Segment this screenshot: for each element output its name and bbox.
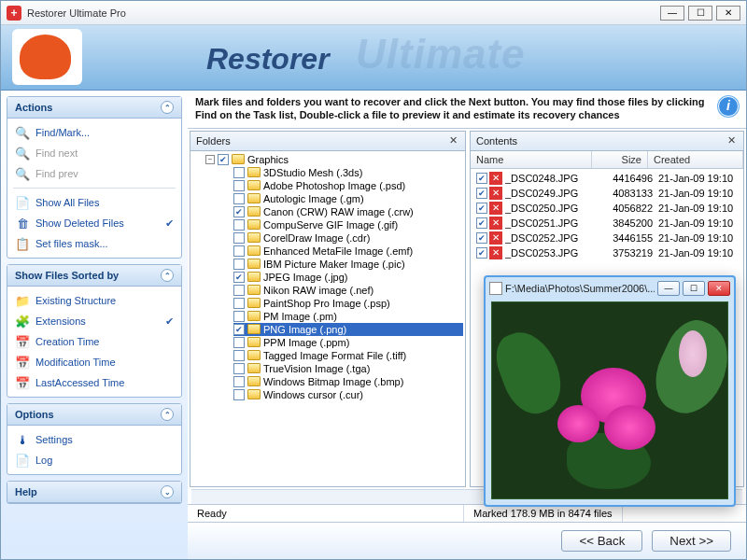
tree-node[interactable]: CompuServe GIF Image (.gif): [233, 218, 463, 231]
tree-label: Windows Bitmap Image (.bmp): [263, 376, 403, 387]
sort-header[interactable]: Show Files Sorted by ⌃: [7, 265, 181, 287]
folders-tree[interactable]: − Graphics 3DStudio Mesh (.3ds)Adobe Pho…: [190, 151, 465, 487]
image-file-icon: [489, 282, 502, 295]
file-row[interactable]: ✕_DSC0252.JPG344615521-Jan-09 19:10: [472, 231, 741, 245]
tree-node[interactable]: Tagged Image Format File (.tiff): [233, 349, 463, 362]
help-header[interactable]: Help ⌄: [7, 482, 181, 503]
calendar-icon: 📅: [15, 334, 30, 349]
checkbox[interactable]: [233, 389, 245, 400]
checkbox[interactable]: [233, 298, 245, 309]
checkbox[interactable]: [233, 350, 245, 361]
file-row[interactable]: ✕_DSC0250.JPG405682221-Jan-09 19:10: [472, 201, 741, 216]
sort-lastaccessed-time[interactable]: 📅LastAccessed Time: [13, 372, 176, 393]
tree-node[interactable]: Canon (CRW) RAW image (.crw): [233, 205, 463, 218]
file-row[interactable]: ✕_DSC0253.JPG375321921-Jan-09 19:10: [472, 245, 741, 260]
folders-title: Folders: [196, 135, 446, 147]
minimize-button[interactable]: —: [660, 6, 684, 21]
checkbox[interactable]: [233, 193, 245, 204]
checkbox[interactable]: [233, 232, 245, 244]
checkbox[interactable]: [233, 324, 245, 335]
file-row[interactable]: ✕_DSC0251.JPG384520021-Jan-09 19:10: [472, 216, 741, 231]
tree-node[interactable]: PaintShop Pro Image (.psp): [233, 297, 463, 310]
preview-window[interactable]: F:\Media\Photos\Summer2006\... — ☐ ✕: [484, 275, 736, 507]
tree-node[interactable]: Nikon RAW image (.nef): [233, 284, 463, 297]
contents-close-icon[interactable]: ✕: [725, 134, 738, 147]
checkbox[interactable]: [233, 167, 245, 178]
titlebar: + Restorer Ultimate Pro — ☐ ✕: [1, 1, 746, 25]
tree-node[interactable]: 3DStudio Mesh (.3ds): [233, 166, 463, 179]
sort-modification-time[interactable]: 📅Modification Time: [13, 352, 176, 372]
options-header[interactable]: Options ⌃: [7, 404, 181, 426]
col-size[interactable]: Size: [592, 151, 648, 168]
tree-node[interactable]: IBM Picture Maker Image (.pic): [233, 258, 463, 271]
find-mark-item[interactable]: 🔍Find/Mark...: [13, 122, 176, 143]
folder-icon: [247, 337, 261, 347]
preview-titlebar[interactable]: F:\Media\Photos\Summer2006\... — ☐ ✕: [486, 277, 734, 300]
maximize-button[interactable]: ☐: [688, 6, 712, 21]
checkbox[interactable]: [233, 272, 245, 283]
tree-node[interactable]: PM Image (.pm): [233, 310, 463, 323]
sort-existing-structure[interactable]: 📁Existing Structure: [13, 290, 176, 311]
checkbox[interactable]: [476, 173, 487, 184]
checkbox[interactable]: [233, 337, 245, 348]
folder-icon: [247, 285, 261, 295]
col-name[interactable]: Name: [471, 151, 592, 168]
checkbox[interactable]: [233, 311, 245, 322]
checkbox[interactable]: [233, 180, 245, 191]
chevron-up-icon: ⌃: [161, 408, 174, 421]
file-size: 3753219: [602, 247, 658, 259]
tree-label: Adobe Photoshop Image (.psd): [263, 180, 405, 191]
tree-root-graphics[interactable]: − Graphics: [205, 153, 463, 166]
tree-node[interactable]: CorelDraw Image (.cdr): [233, 231, 463, 245]
folders-pane: Folders ✕ − Graphics 3DStudio Mesh (.3ds…: [190, 131, 466, 488]
file-row[interactable]: ✕_DSC0249.JPG408313321-Jan-09 19:10: [472, 186, 741, 201]
checkbox[interactable]: [233, 219, 245, 231]
folder-icon: [247, 350, 261, 360]
tree-node[interactable]: PNG Image (.png): [233, 323, 463, 336]
tree-node[interactable]: Windows Bitmap Image (.bmp): [233, 375, 463, 388]
tree-node[interactable]: JPEG Image (.jpg): [233, 271, 463, 284]
checkbox[interactable]: [476, 203, 487, 214]
tree-node[interactable]: PPM Image (.ppm): [233, 336, 463, 349]
tree-node[interactable]: Enhanced MetaFile Image (.emf): [233, 245, 463, 258]
file-created: 21-Jan-09 19:10: [658, 247, 738, 259]
checkbox[interactable]: [233, 259, 245, 270]
checkbox[interactable]: [476, 188, 487, 199]
checkbox[interactable]: [476, 232, 487, 244]
search-icon: 🔍: [15, 166, 30, 181]
next-button[interactable]: Next >>: [652, 530, 731, 552]
sort-creation-time[interactable]: 📅Creation Time: [13, 331, 176, 352]
show-all-files-item[interactable]: 📄Show All Files: [13, 192, 176, 213]
checkbox[interactable]: [476, 217, 487, 229]
back-button[interactable]: << Back: [561, 530, 642, 552]
checkbox[interactable]: [476, 247, 487, 259]
checkbox[interactable]: [233, 363, 245, 374]
preview-close-button[interactable]: ✕: [708, 281, 730, 296]
checkbox[interactable]: [233, 376, 245, 387]
log-item[interactable]: 📄Log: [13, 450, 176, 470]
deleted-icon: ✕: [489, 202, 502, 215]
tree-node[interactable]: TrueVision Image (.tga): [233, 362, 463, 375]
file-row[interactable]: ✕_DSC0248.JPG441649621-Jan-09 19:10: [472, 171, 741, 186]
preview-minimize-button[interactable]: —: [657, 281, 680, 296]
close-button[interactable]: ✕: [716, 6, 740, 21]
folders-close-icon[interactable]: ✕: [446, 134, 459, 147]
set-files-mask-item[interactable]: 📋Set files mask...: [13, 233, 176, 254]
info-icon[interactable]: i: [718, 96, 739, 117]
col-created[interactable]: Created: [648, 151, 743, 168]
collapse-icon[interactable]: −: [205, 155, 215, 164]
checkbox[interactable]: [233, 245, 245, 257]
tree-label: Enhanced MetaFile Image (.emf): [263, 245, 413, 257]
tree-node[interactable]: Autologic Image (.gm): [233, 192, 463, 205]
checkbox[interactable]: [233, 285, 245, 296]
checkbox[interactable]: [218, 154, 229, 165]
preview-title-text: F:\Media\Photos\Summer2006\...: [505, 283, 655, 294]
sort-extensions[interactable]: 🧩Extensions✔: [13, 311, 176, 331]
actions-header[interactable]: Actions ⌃: [7, 97, 181, 119]
settings-item[interactable]: 🌡Settings: [13, 429, 176, 450]
tree-node[interactable]: Adobe Photoshop Image (.psd): [233, 179, 463, 192]
checkbox[interactable]: [233, 206, 245, 217]
preview-maximize-button[interactable]: ☐: [683, 281, 705, 296]
show-deleted-files-item[interactable]: 🗑Show Deleted Files✔: [13, 213, 176, 233]
tree-node[interactable]: Windows cursor (.cur): [233, 388, 463, 401]
